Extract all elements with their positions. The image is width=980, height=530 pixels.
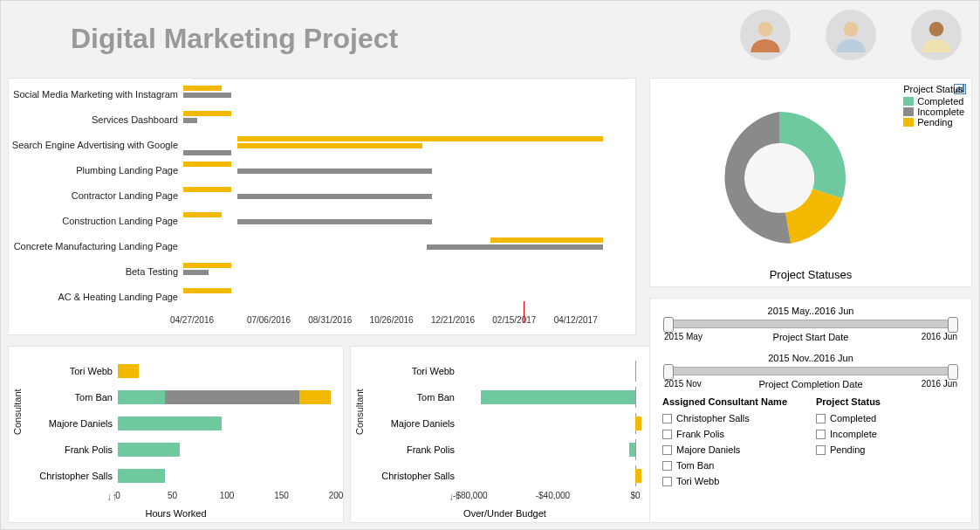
dashboard-root: Digital Marketing Project Social Media M… xyxy=(0,0,980,530)
legend-item[interactable]: Completed xyxy=(903,96,964,107)
hours-bar[interactable] xyxy=(118,364,139,378)
hours-row: Frank Polis xyxy=(35,441,334,458)
checkbox-icon[interactable] xyxy=(816,430,826,439)
budget-bar[interactable] xyxy=(635,469,641,483)
filter-checkbox[interactable]: Majore Daniels xyxy=(662,442,805,458)
slider-handle[interactable] xyxy=(948,317,958,333)
gantt-bar[interactable] xyxy=(183,111,231,116)
page-title: Digital Marketing Project xyxy=(71,23,398,55)
gantt-task-label: Search Engine Advertising with Google xyxy=(9,140,183,150)
budget-x-axis: -$80,000-$40,000$0 xyxy=(460,491,650,503)
filter-checkbox[interactable]: Christopher Salls xyxy=(662,410,805,426)
donut-legend: Project Status Completed Incomplete Pend… xyxy=(903,84,964,127)
gantt-bar[interactable] xyxy=(237,136,604,141)
gantt-bar[interactable] xyxy=(237,194,433,199)
avatar[interactable] xyxy=(826,10,876,60)
gantt-row: Beta Testing xyxy=(9,263,627,280)
hours-row: Christopher Salls xyxy=(35,467,334,485)
hours-bar[interactable] xyxy=(299,390,331,404)
gantt-bar[interactable] xyxy=(183,93,231,98)
gantt-row: Social Media Marketing with Instagram xyxy=(9,86,627,103)
gantt-panel: Social Media Marketing with InstagramSer… xyxy=(8,78,636,335)
budget-row: Christopher Salls xyxy=(377,467,650,485)
consultant-label: Majore Daniels xyxy=(377,418,460,429)
sort-icon[interactable]: ↓↑ xyxy=(106,491,117,503)
svg-point-2 xyxy=(929,22,944,37)
hours-bar[interactable] xyxy=(165,390,300,404)
slider-handle[interactable] xyxy=(663,317,674,333)
avatar[interactable] xyxy=(911,10,962,60)
y-axis-label: Consultant xyxy=(12,389,23,435)
gantt-bar[interactable] xyxy=(183,212,222,217)
donut-panel: Project Status Completed Incomplete Pend… xyxy=(649,78,972,287)
gantt-bar[interactable] xyxy=(183,263,231,268)
checkbox-icon[interactable] xyxy=(816,445,826,455)
budget-bar[interactable] xyxy=(629,443,635,457)
gantt-bar[interactable] xyxy=(183,270,209,275)
gantt-bar[interactable] xyxy=(427,244,603,250)
budget-bar[interactable] xyxy=(481,390,635,404)
hours-row: Tori Webb xyxy=(35,362,334,380)
checkbox-icon[interactable] xyxy=(816,414,826,423)
consultant-label: Tori Webb xyxy=(377,366,460,376)
gantt-task-label: Concrete Manufacturing Landing Page xyxy=(9,241,183,251)
gantt-bar[interactable] xyxy=(237,219,433,224)
checkbox-icon[interactable] xyxy=(662,461,672,471)
legend-title: Project Status xyxy=(903,84,964,94)
checkbox-icon[interactable] xyxy=(662,414,672,423)
slider-handle[interactable] xyxy=(948,364,958,380)
hours-bar[interactable] xyxy=(118,469,165,483)
checkbox-icon[interactable] xyxy=(662,430,672,439)
budget-bar[interactable] xyxy=(635,416,641,430)
gantt-bar[interactable] xyxy=(183,162,231,167)
gantt-bar[interactable] xyxy=(490,237,603,243)
date-slider-completion[interactable]: 2015 Nov..2016 Jun 2015 Nov Project Comp… xyxy=(659,353,963,393)
consultant-label: Christopher Salls xyxy=(377,471,460,481)
gantt-task-label: Contractor Landing Page xyxy=(9,190,183,201)
x-axis-label: Over/Under Budget xyxy=(351,508,659,519)
gantt-task-label: Social Media Marketing with Instagram xyxy=(9,89,183,100)
hours-x-axis: 050100150200 xyxy=(118,491,334,503)
filter-consultants: Assigned Consultant Name Christopher Sal… xyxy=(662,396,805,489)
gantt-bar[interactable] xyxy=(183,86,222,91)
consultant-label: Tom Ban xyxy=(377,392,460,403)
legend-item[interactable]: Pending xyxy=(903,117,964,127)
consultant-label: Frank Polis xyxy=(377,444,460,455)
budget-row: Tori Webb xyxy=(377,362,650,380)
checkbox-icon[interactable] xyxy=(662,477,672,486)
gantt-row: Contractor Landing Page xyxy=(9,187,627,204)
gantt-bar[interactable] xyxy=(237,169,433,174)
sort-icon[interactable]: ↓↑ xyxy=(449,491,459,503)
gantt-task-label: Beta Testing xyxy=(9,266,183,277)
filter-checkbox[interactable]: Pending xyxy=(816,442,959,458)
legend-item[interactable]: Incomplete xyxy=(903,107,964,117)
checkbox-icon[interactable] xyxy=(662,445,672,455)
hours-bar[interactable] xyxy=(118,416,222,430)
slider-range-label: 2015 Nov..2016 Jun xyxy=(659,353,963,363)
filter-checkbox[interactable]: Tori Webb xyxy=(662,473,805,489)
budget-row: Majore Daniels xyxy=(377,415,650,432)
y-axis-label: Consultant xyxy=(354,389,365,435)
gantt-bar[interactable] xyxy=(183,118,197,123)
filter-checkbox[interactable]: Tom Ban xyxy=(662,458,805,473)
svg-point-0 xyxy=(758,22,773,37)
gantt-bar[interactable] xyxy=(237,143,422,148)
gantt-row: Search Engine Advertising with Google xyxy=(9,136,627,154)
gantt-bar[interactable] xyxy=(183,288,231,293)
gantt-bar[interactable] xyxy=(183,187,231,192)
donut-chart xyxy=(683,91,875,265)
gantt-bar[interactable] xyxy=(183,150,231,155)
filter-panel: 2015 May..2016 Jun 2015 May Project Star… xyxy=(649,298,972,523)
avatar[interactable] xyxy=(740,10,791,60)
gantt-row: Services Dashboard xyxy=(9,111,627,128)
hours-bar[interactable] xyxy=(118,390,165,404)
hours-bar[interactable] xyxy=(118,443,180,457)
slider-handle[interactable] xyxy=(663,364,674,380)
filter-checkbox[interactable]: Completed xyxy=(816,410,959,426)
gantt-row: Plumbing Landing Page xyxy=(9,162,627,179)
filter-checkbox[interactable]: Frank Polis xyxy=(662,426,805,442)
gantt-row: AC & Heating Landing Page xyxy=(9,288,627,306)
filter-checkbox[interactable]: Incomplete xyxy=(816,426,959,442)
date-slider-start[interactable]: 2015 May..2016 Jun 2015 May Project Star… xyxy=(659,306,963,346)
hours-row: Majore Daniels xyxy=(35,415,334,432)
